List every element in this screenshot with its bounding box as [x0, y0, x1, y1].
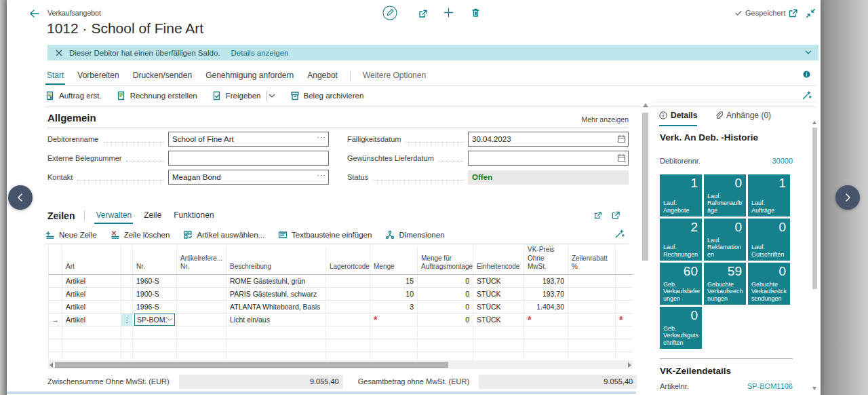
- cell-art[interactable]: Artikel: [62, 300, 121, 313]
- tab-drucken-senden[interactable]: Drucken/senden: [132, 71, 193, 85]
- calendar-button[interactable]: [617, 134, 626, 143]
- cell-art[interactable]: Artikel: [62, 274, 121, 287]
- cell-einheit[interactable]: STÜCK: [473, 274, 524, 287]
- chevron-down-icon[interactable]: [167, 318, 172, 322]
- insert-text-button[interactable]: Textbausteine einfügen: [278, 230, 372, 240]
- cell-vk-preis[interactable]: 1.404,30: [524, 300, 568, 313]
- cell-nr[interactable]: 1996-S: [133, 300, 177, 313]
- cell-beschreibung[interactable]: PARIS Gästestuhl, schwarz: [226, 287, 326, 300]
- cell-vk-preis[interactable]: 193,70: [524, 274, 568, 287]
- create-invoice-button[interactable]: Rechnung erstellen: [117, 91, 197, 100]
- tile-laufende-gutschriften[interactable]: 0 Lauf. Gutschriften: [748, 219, 790, 261]
- col-lagerortcode[interactable]: Lagerortcode: [326, 246, 370, 274]
- col-vk-preis[interactable]: VK-Preis Ohne MwSt.: [524, 246, 568, 274]
- calendar-button[interactable]: [617, 153, 626, 162]
- cell-art[interactable]: Artikel: [62, 287, 121, 300]
- tab-start[interactable]: Start: [45, 71, 65, 85]
- col-einheitencode[interactable]: Einheitencode: [473, 246, 524, 274]
- personalize-wand-button[interactable]: [802, 90, 812, 102]
- open-in-new-window-button[interactable]: [788, 8, 798, 21]
- ellipsis-assist-button[interactable]: ···: [317, 133, 326, 141]
- back-button[interactable]: [28, 7, 41, 22]
- new-button[interactable]: [443, 7, 454, 20]
- scroll-down-arrow[interactable]: [812, 387, 816, 390]
- drag-handle-icon[interactable]: ⋮: [121, 313, 133, 326]
- factbox-tab-attachments[interactable]: Anhänge (0): [715, 111, 771, 120]
- show-more-link[interactable]: Mehr anzeigen: [582, 115, 629, 124]
- cell-einheit[interactable]: STÜCK: [473, 313, 524, 326]
- dimensions-button[interactable]: Dimensionen: [385, 230, 444, 240]
- cell-nr-combobox[interactable]: SP-BOM1: [133, 313, 177, 326]
- cell-menge-montage[interactable]: 0: [418, 313, 473, 326]
- col-nr[interactable]: Nr.: [133, 246, 177, 274]
- cell-menge[interactable]: 15: [370, 274, 418, 287]
- edit-button[interactable]: [382, 5, 397, 23]
- delete-line-button[interactable]: Zeile löschen: [111, 230, 170, 240]
- lines-horizontal-scrollbar[interactable]: [48, 360, 633, 369]
- externe-belegnummer-input[interactable]: [168, 151, 329, 166]
- factbox-tab-details[interactable]: Details: [659, 111, 697, 120]
- tile-gebuchte-verkaufsrechnungen[interactable]: 59 Gebuchte Verkaufsrechnungen: [704, 263, 746, 305]
- cell-nr[interactable]: 1960-S: [133, 274, 177, 287]
- cell-menge-montage[interactable]: 0: [418, 287, 473, 300]
- tab-weitere-optionen[interactable]: Weitere Optionen: [361, 71, 427, 85]
- item-no-link[interactable]: SP-BOM1106: [747, 382, 793, 390]
- cell-einheit[interactable]: STÜCK: [473, 287, 524, 300]
- tile-gebuchte-verkaufsgutschriften[interactable]: 0 Geb. Verkaufsgutschriften: [660, 307, 702, 349]
- create-order-button[interactable]: Auftrag erst.: [45, 91, 102, 100]
- scrollbar-thumb[interactable]: [55, 362, 448, 368]
- cell-nr[interactable]: 1900-S: [133, 287, 177, 300]
- lieferdatum-input[interactable]: [468, 151, 629, 166]
- next-record-button[interactable]: [835, 185, 860, 210]
- cell-beschreibung[interactable]: Licht ein/aus: [226, 313, 326, 326]
- col-menge-montage[interactable]: Menge für Auftragsmontage: [418, 246, 473, 274]
- cell-menge[interactable]: 3: [370, 300, 418, 313]
- release-button[interactable]: Freigeben: [212, 91, 261, 100]
- scroll-left-arrow[interactable]: [50, 362, 53, 368]
- tile-laufende-rahmenauftraege[interactable]: 0 Lauf. Rahmenaufträge: [704, 174, 746, 217]
- new-line-button[interactable]: Neue Zeile: [45, 230, 97, 240]
- lines-tab-zeile[interactable]: Zeile: [142, 210, 163, 224]
- ellipsis-assist-button[interactable]: ···: [317, 171, 326, 179]
- cell-menge-required[interactable]: *: [370, 313, 418, 326]
- scroll-right-arrow[interactable]: [628, 362, 631, 368]
- release-dropdown-button[interactable]: [269, 92, 275, 100]
- scrollbar-thumb[interactable]: [812, 128, 817, 289]
- tab-genehmigung-anfordern[interactable]: Genehmigung anfordern: [204, 71, 295, 85]
- cell-vk-preis[interactable]: 193,70: [524, 287, 568, 300]
- tile-laufende-angebote[interactable]: 1 Lauf. Angebote: [660, 174, 702, 217]
- scroll-up-arrow[interactable]: [812, 121, 816, 124]
- tab-angebot[interactable]: Angebot: [306, 71, 339, 85]
- prev-record-button[interactable]: [8, 185, 33, 210]
- customer-no-link[interactable]: 30000: [772, 157, 793, 165]
- notification-action-link[interactable]: Details anzeigen: [231, 49, 288, 57]
- info-badge[interactable]: [803, 71, 810, 80]
- factbox-scrollbar[interactable]: [811, 119, 818, 392]
- lines-share-button[interactable]: [593, 210, 603, 222]
- tile-gebuchte-verkaufsruecksendungen[interactable]: 0 Gebuchte Verkaufsrücksendungen: [748, 263, 790, 305]
- col-beschreibung[interactable]: Beschreibung: [226, 246, 326, 274]
- lines-personalize-wand-button[interactable]: [614, 229, 625, 240]
- lines-popout-button[interactable]: [611, 210, 620, 222]
- scroll-up-arrow[interactable]: [643, 103, 648, 107]
- main-vertical-scrollbar[interactable]: [640, 103, 650, 392]
- cell-beschreibung[interactable]: ROME Gästestuhl, grün: [226, 274, 326, 287]
- collapse-button[interactable]: [806, 8, 816, 21]
- cell-vk-preis-required[interactable]: *: [524, 313, 568, 326]
- tab-vorbereiten[interactable]: Vorbereiten: [76, 71, 120, 85]
- archive-document-button[interactable]: Beleg archivieren: [290, 91, 364, 100]
- cell-einheit[interactable]: STÜCK: [473, 300, 524, 313]
- scrollbar-thumb[interactable]: [642, 113, 648, 261]
- tile-laufende-auftraege[interactable]: 1 Lauf. Aufträge: [748, 174, 790, 217]
- cell-menge[interactable]: 10: [370, 287, 418, 300]
- lines-tab-verwalten[interactable]: Verwalten: [94, 210, 133, 224]
- cell-beschreibung[interactable]: ATLANTA Whiteboard, Basis: [226, 300, 326, 313]
- share-button[interactable]: [418, 8, 429, 22]
- faelligkeitsdatum-input[interactable]: [468, 132, 629, 147]
- lines-tab-funktionen[interactable]: Funktionen: [172, 210, 215, 224]
- col-zeilenrabatt[interactable]: Zeilenrabatt %: [568, 246, 616, 274]
- notification-close-button[interactable]: [56, 50, 62, 56]
- cell-art[interactable]: Artikel: [62, 313, 121, 326]
- select-items-button[interactable]: Artikel auswählen...: [183, 230, 264, 240]
- kontakt-input[interactable]: [168, 170, 329, 185]
